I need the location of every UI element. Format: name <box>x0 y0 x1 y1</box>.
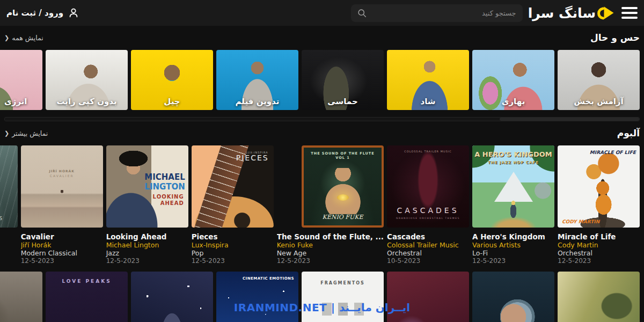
brand-music-logo-icon <box>597 3 616 23</box>
mood-label: آرامش بخش <box>558 97 640 106</box>
cover-text: CINEMATIC EMOTIONS <box>243 276 294 281</box>
cover-text: KENIO FUKE <box>304 214 382 221</box>
album-cover-art: JIŘÍ HORÁKCAVALIER <box>21 145 103 228</box>
cover-text: CAVALIER <box>21 174 103 178</box>
album-title[interactable]: Looking Ahead <box>106 232 188 241</box>
album-card[interactable] <box>0 272 42 322</box>
album-card[interactable]: A HERO'S KINGDOMTHE JAZZ HOP CAFE A Hero… <box>472 145 554 265</box>
album-card[interactable]: THE SOUND OF THE FLUTE VOL 1KENIO FUKE T… <box>277 145 384 265</box>
cover-text: LOVE PEAKS <box>46 279 128 284</box>
album-date: 12-5-2023 <box>21 257 103 265</box>
album-genre: Modern Classical <box>21 249 103 257</box>
album-meta: Miracle of Life Cody Martin Orchestral 1… <box>558 228 640 265</box>
search-input[interactable] <box>367 9 516 17</box>
search-box[interactable] <box>351 4 523 22</box>
bottom-albums-row: FRAGMENTOS CINEMATIC EMOTIONS LOVE PEAKS <box>0 272 644 322</box>
cover-text: LINGTON <box>144 182 185 192</box>
album-genre: New Age <box>277 249 384 257</box>
mood-card[interactable]: انرژی <box>0 50 42 110</box>
moods-section-title: حس و حال <box>590 32 640 43</box>
album-card[interactable]: LUX-INSPIRAPIECES Pieces Lux-Inspira Pop… <box>192 145 274 265</box>
album-cover-art <box>0 272 42 322</box>
album-artist-link[interactable]: Cody Martin <box>558 241 640 249</box>
album-genre: id <box>0 232 18 240</box>
mood-card[interactable]: شاد <box>387 50 469 110</box>
album-card[interactable] <box>131 272 213 322</box>
cover-text: COLOSSAL TRAILER MUSIC <box>387 150 469 153</box>
album-title[interactable]: Cascades <box>387 232 469 241</box>
mood-card[interactable]: چیل <box>131 50 213 110</box>
moods-show-all-link[interactable]: نمایش همه ❮ <box>4 34 43 42</box>
album-date: 10-5-2023 <box>387 257 469 265</box>
album-genre: Orchestral <box>558 249 640 257</box>
album-cover-art: COLOSSAL TRAILER MUSICCASCADESGRANDIOSE … <box>387 145 469 228</box>
album-card[interactable] <box>387 272 469 322</box>
album-card[interactable]: JIŘÍ HORÁKCAVALIER Cavalier Jiří Horák M… <box>21 145 103 265</box>
album-cover-art: A HERO'S KINGDOMTHE JAZZ HOP CAFE <box>472 145 554 228</box>
search-icon <box>357 9 367 18</box>
album-cover-art: LOVE PEAKS <box>46 272 128 322</box>
album-meta: The Sound of the Flute, ... Kenio Fuke N… <box>277 228 384 265</box>
album-cover-art: THE SOUND OF THE FLUTE VOL 1KENIO FUKE <box>302 145 384 228</box>
hamburger-menu-icon[interactable] <box>621 7 638 19</box>
scrollbar-thumb[interactable] <box>500 118 639 121</box>
albums-section-header: آلبوم نمایش بیشتر ❮ <box>0 128 644 138</box>
mood-card[interactable]: بهاری <box>472 50 554 110</box>
cover-text: GRANDIOSE ORCHESTRAL THEMES <box>387 217 469 219</box>
album-artist-link[interactable]: Lux-Inspira <box>192 241 274 249</box>
mood-label: انرژی <box>4 97 27 106</box>
album-title[interactable]: The Sound of the Flute, ... <box>277 232 384 241</box>
album-title[interactable]: Pieces <box>192 232 274 241</box>
album-meta: Pieces Lux-Inspira Pop 12-5-2023 <box>192 228 274 265</box>
cover-text: PIECES <box>236 153 269 162</box>
mood-label: بهاری <box>472 97 554 106</box>
moods-show-all-label: نمایش همه <box>12 34 43 42</box>
cover-text: MIRACLE OF LIFE <box>590 150 636 155</box>
album-meta: id <box>0 228 18 240</box>
album-title[interactable]: Miracle of Life <box>558 232 640 241</box>
login-register-button[interactable]: ورود / ثبت نام <box>6 7 79 19</box>
album-artist-link[interactable]: Kenio Fuke <box>277 241 384 249</box>
album-card[interactable]: CINEMATIC EMOTIONS <box>216 272 298 322</box>
brand[interactable]: سانگ سرا <box>528 3 616 23</box>
album-date: 12-5-2023 <box>472 257 554 265</box>
album-artist-link[interactable]: Various Artists <box>472 241 554 249</box>
albums-section-title: آلبوم <box>617 128 640 138</box>
album-genre: Orchestral <box>387 249 469 257</box>
albums-show-more-link[interactable]: نمایش بیشتر ❮ <box>4 129 48 137</box>
mood-label: حماسی <box>302 97 384 106</box>
cover-text: THE SOUND OF THE FLUTE VOL 1 <box>308 151 377 160</box>
mood-card[interactable]: حماسی <box>302 50 384 110</box>
album-card[interactable]: MIRACLE OF LIFECODY MARTIN Miracle of Li… <box>558 145 640 265</box>
mood-card[interactable]: تدوین فیلم <box>216 50 298 110</box>
moods-scrollbar[interactable] <box>4 117 640 121</box>
album-card[interactable] <box>558 272 640 322</box>
mood-card[interactable]: بدون کپی رایت <box>46 50 128 110</box>
album-artist-link[interactable]: Colossal Trailer Music <box>387 241 469 249</box>
mood-label: چیل <box>131 97 213 106</box>
album-cover-art <box>131 272 213 322</box>
album-meta: Cascades Colossal Trailer Music Orchestr… <box>387 228 469 265</box>
chevron-left-icon: ❮ <box>4 34 9 41</box>
album-card[interactable]: FRAGMENTOS <box>302 272 384 322</box>
album-cover-art: FRAGMENTOS <box>302 272 384 322</box>
album-card[interactable]: DERSRACKS id <box>0 145 18 265</box>
album-card[interactable]: COLOSSAL TRAILER MUSICCASCADESGRANDIOSE … <box>387 145 469 265</box>
album-artist-link[interactable]: Michael Lington <box>106 241 188 249</box>
user-icon <box>68 7 79 19</box>
mood-card[interactable]: آرامش بخش <box>558 50 640 110</box>
cover-text: CODY MARTIN <box>562 219 599 224</box>
album-card[interactable]: LOVE PEAKS <box>46 272 128 322</box>
album-cover-art: DERSRACKS <box>0 145 18 228</box>
album-cover-art <box>558 272 640 322</box>
album-card[interactable]: MICHAELLINGTONLOOKING AHEAD Looking Ahea… <box>106 145 188 265</box>
album-cover-art: LUX-INSPIRAPIECES <box>192 145 274 228</box>
header: سانگ سرا ورود / ثبت نام <box>0 0 644 26</box>
album-title[interactable]: A Hero's Kingdom <box>472 232 554 241</box>
cover-text: MICHAEL <box>144 172 185 182</box>
album-artist-link[interactable]: Jiří Horák <box>21 241 103 249</box>
album-title[interactable]: Cavalier <box>21 232 103 241</box>
cover-text: THE JAZZ HOP CAFE <box>472 160 554 165</box>
album-card[interactable] <box>472 272 554 322</box>
album-date: 12-5-2023 <box>192 257 274 265</box>
